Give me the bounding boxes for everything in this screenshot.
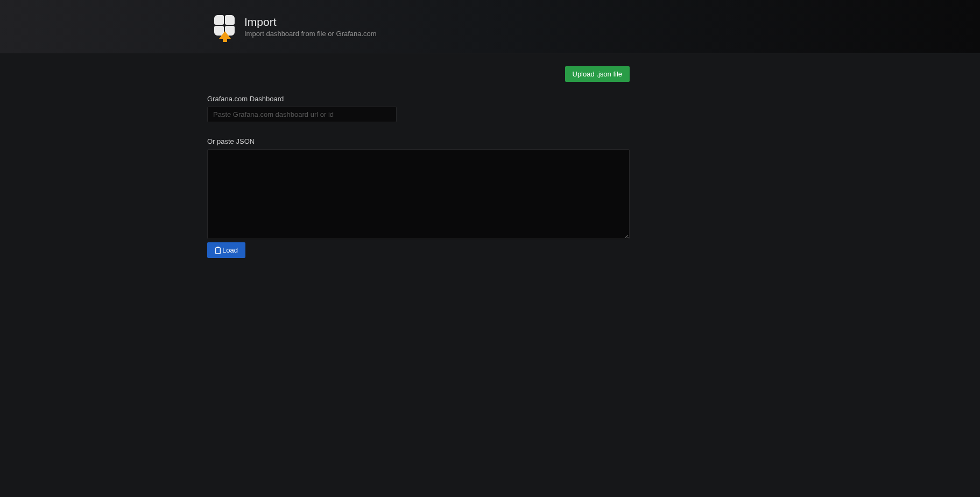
upload-button[interactable]: Upload .json file xyxy=(565,66,630,82)
paste-icon xyxy=(215,247,221,254)
upload-row: Upload .json file xyxy=(207,66,630,82)
page-header: Import Import dashboard from file or Gra… xyxy=(0,0,980,53)
svg-rect-1 xyxy=(216,247,219,248)
page-title: Import xyxy=(244,16,377,29)
json-paste-section: Or paste JSON Load xyxy=(207,137,630,258)
dashboard-url-input[interactable] xyxy=(207,107,397,122)
svg-rect-0 xyxy=(216,247,221,253)
load-button-label: Load xyxy=(222,246,238,254)
page-subtitle: Import dashboard from file or Grafana.co… xyxy=(244,30,377,38)
dashboard-url-section: Grafana.com Dashboard xyxy=(207,95,630,122)
main-content: Upload .json file Grafana.com Dashboard … xyxy=(207,53,630,258)
load-button[interactable]: Load xyxy=(207,242,245,258)
header-content: Import Import dashboard from file or Gra… xyxy=(214,15,377,38)
dashboard-url-label: Grafana.com Dashboard xyxy=(207,95,630,103)
json-textarea[interactable] xyxy=(207,149,630,239)
import-icon xyxy=(214,15,236,38)
header-text: Import Import dashboard from file or Gra… xyxy=(244,16,377,38)
json-paste-label: Or paste JSON xyxy=(207,137,630,145)
